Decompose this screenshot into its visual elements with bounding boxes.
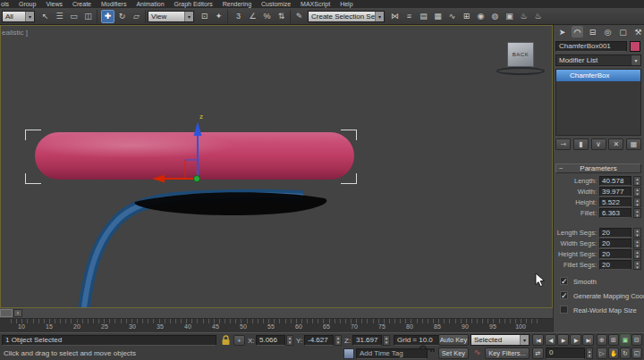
menu-item[interactable]: Animation bbox=[136, 1, 164, 7]
tab-display[interactable]: ▢ bbox=[617, 26, 629, 38]
parameter-value-field[interactable]: 20 bbox=[599, 260, 631, 270]
named-selection-sets-dropdown[interactable]: Create Selection Se bbox=[308, 11, 385, 22]
select-and-move-icon[interactable]: ✚ bbox=[101, 10, 114, 23]
zoom-button[interactable]: ⊕ bbox=[597, 334, 607, 346]
show-end-result-button[interactable]: ▮ bbox=[573, 138, 589, 150]
key-mode-toggle-button[interactable]: ⇄ bbox=[532, 347, 544, 359]
checkbox[interactable] bbox=[560, 291, 568, 299]
spinner-snap-icon[interactable]: ⇅ bbox=[275, 10, 288, 23]
menu-item[interactable]: Help bbox=[340, 1, 352, 7]
configure-modifier-sets-button[interactable]: ▦ bbox=[626, 138, 641, 150]
modifier-list-dropdown[interactable]: Modifier List bbox=[555, 54, 641, 66]
parameter-value-field[interactable]: 6.363 bbox=[599, 208, 631, 218]
render-setup-icon[interactable]: ◍ bbox=[488, 10, 502, 23]
x-spinner[interactable] bbox=[286, 335, 293, 346]
spinner-control[interactable] bbox=[633, 260, 641, 270]
next-frame-button[interactable]: |▶ bbox=[570, 334, 581, 346]
render-iterative-icon[interactable]: ♨ bbox=[531, 10, 545, 23]
time-slider[interactable] bbox=[0, 309, 13, 317]
key-filters-button[interactable]: Key Filters... bbox=[485, 347, 530, 359]
edit-named-sets-icon[interactable]: ✎ bbox=[292, 10, 306, 23]
tab-modify[interactable]: ◠ bbox=[572, 26, 583, 38]
orbit-button[interactable]: ↻ bbox=[620, 347, 631, 359]
select-and-scale-icon[interactable]: ▱ bbox=[130, 10, 143, 23]
y-spinner[interactable] bbox=[335, 335, 342, 346]
menu-item[interactable]: Create bbox=[72, 1, 91, 7]
menu-item[interactable]: Graph Editors bbox=[174, 1, 213, 7]
object-name-field[interactable]: ChamferBox001 bbox=[555, 41, 627, 52]
angle-snap-icon[interactable]: ∠ bbox=[246, 10, 259, 23]
select-and-rotate-icon[interactable]: ↻ bbox=[115, 10, 129, 23]
rendered-frame-icon[interactable]: ▣ bbox=[503, 10, 516, 23]
snap-toggle-icon[interactable]: 3 bbox=[232, 10, 245, 23]
schematic-view-icon[interactable]: ⊞ bbox=[460, 10, 473, 23]
play-button[interactable]: ▶ bbox=[557, 334, 569, 346]
align-icon[interactable]: ≡ bbox=[402, 10, 416, 23]
field-of-view-button[interactable]: ▷ bbox=[597, 347, 607, 359]
pan-button[interactable]: ✋ bbox=[608, 347, 619, 359]
parameter-value-field[interactable]: 20 bbox=[599, 239, 631, 248]
selection-filter-dropdown[interactable]: All bbox=[2, 11, 35, 22]
spinner-control[interactable] bbox=[633, 239, 641, 248]
spinner-control[interactable] bbox=[633, 197, 641, 207]
percent-snap-icon[interactable]: % bbox=[260, 10, 274, 23]
go-to-start-button[interactable]: |◀ bbox=[532, 334, 544, 346]
pin-stack-button[interactable]: ⊸ bbox=[555, 138, 571, 150]
go-to-end-button[interactable]: ▶| bbox=[582, 334, 594, 346]
material-editor-icon[interactable]: ◉ bbox=[474, 10, 487, 23]
add-time-tag-field[interactable]: Add Time Tag bbox=[356, 348, 428, 359]
zoom-all-button[interactable]: ⊞ bbox=[608, 334, 619, 346]
frame-spinner[interactable] bbox=[586, 347, 593, 359]
object-color-swatch[interactable] bbox=[630, 41, 640, 52]
use-pivot-point-center-icon[interactable]: ⊡ bbox=[198, 10, 211, 23]
y-coord-field[interactable]: -4.627 bbox=[304, 335, 334, 346]
z-coord-field[interactable]: 31.697 bbox=[352, 335, 382, 346]
key-tangent-icon[interactable]: ∿ bbox=[471, 347, 483, 359]
z-spinner[interactable] bbox=[383, 335, 390, 346]
x-coord-field[interactable]: 5.066 bbox=[256, 335, 285, 346]
menu-item[interactable]: Customize bbox=[261, 1, 291, 7]
track-bar[interactable]: 101520253035404550556065707580859095100 bbox=[0, 319, 553, 332]
spinner-control[interactable] bbox=[633, 208, 641, 218]
window-crossing-icon[interactable]: ◫ bbox=[81, 10, 95, 23]
parameter-value-field[interactable]: 39.977 bbox=[599, 187, 631, 197]
tab-create[interactable]: ➤ bbox=[556, 26, 568, 38]
chamferbox-object[interactable] bbox=[35, 132, 354, 180]
key-mode-dropdown[interactable]: Selected bbox=[470, 334, 530, 346]
render-production-icon[interactable]: ♨ bbox=[517, 10, 530, 23]
menu-item[interactable]: ols bbox=[1, 1, 9, 7]
spinner-control[interactable] bbox=[633, 176, 641, 186]
curve-editor-icon[interactable]: ∿ bbox=[445, 10, 459, 23]
mirror-icon[interactable]: ⋈ bbox=[388, 10, 402, 23]
tab-motion[interactable]: ◎ bbox=[602, 26, 614, 38]
time-slider-next-icon[interactable]: › bbox=[13, 309, 22, 317]
tab-hierarchy[interactable]: ⊟ bbox=[587, 26, 598, 38]
menu-item[interactable]: Rendering bbox=[223, 1, 251, 7]
modifier-stack-item[interactable]: ChamferBox bbox=[556, 70, 640, 81]
parameter-value-field[interactable]: 5.522 bbox=[599, 197, 631, 207]
zoom-extents-all-button[interactable]: ⊟ bbox=[631, 334, 642, 346]
set-key-button[interactable]: Set Key bbox=[438, 347, 469, 359]
viewcube[interactable]: BACK bbox=[507, 42, 534, 67]
parameters-rollout-header[interactable]: Parameters bbox=[555, 163, 641, 173]
checkbox[interactable] bbox=[560, 277, 568, 285]
select-object-icon[interactable]: ↖ bbox=[38, 10, 52, 23]
maximize-viewport-button[interactable]: ◱ bbox=[631, 347, 642, 359]
perspective-viewport[interactable]: ealistic ] z BACK bbox=[0, 25, 553, 308]
absolute-mode-icon[interactable]: + bbox=[233, 335, 245, 346]
graphite-ribbon-icon[interactable]: ▦ bbox=[431, 10, 445, 23]
remove-modifier-button[interactable]: ✕ bbox=[608, 138, 623, 150]
spinner-control[interactable] bbox=[633, 249, 641, 259]
menu-item[interactable]: Views bbox=[46, 1, 63, 7]
layer-manager-icon[interactable]: ▤ bbox=[417, 10, 430, 23]
previous-frame-button[interactable]: ◀| bbox=[545, 334, 556, 346]
spinner-control[interactable] bbox=[633, 228, 641, 238]
parameter-value-field[interactable]: 40.578 bbox=[599, 176, 631, 186]
menu-item[interactable]: MAXScript bbox=[301, 1, 330, 7]
auto-key-button[interactable]: Auto Key bbox=[438, 334, 469, 346]
make-unique-button[interactable]: ∨ bbox=[591, 138, 606, 150]
rectangular-selection-region-icon[interactable]: ▭ bbox=[67, 10, 80, 23]
reference-coordinate-dropdown[interactable]: View bbox=[148, 11, 194, 22]
time-slider-track[interactable]: › bbox=[0, 308, 553, 319]
select-and-manipulate-icon[interactable]: ✦ bbox=[212, 10, 225, 23]
